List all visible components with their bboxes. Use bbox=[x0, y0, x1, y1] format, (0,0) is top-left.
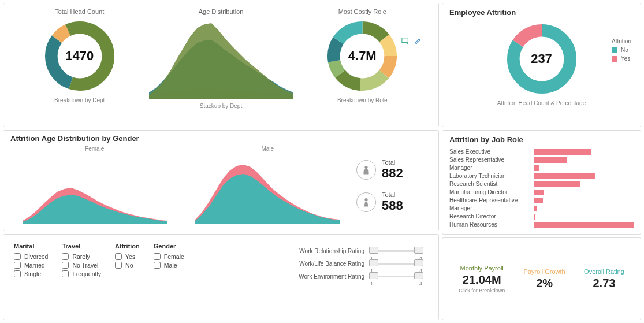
swatch-yes bbox=[612, 56, 617, 62]
bar-label: Laboratory Technician bbox=[449, 173, 530, 179]
bar-track bbox=[534, 190, 634, 195]
top-charts-card: Total Head Count 1470 Breakdown by Dept … bbox=[3, 3, 439, 127]
bar-label: Human Resources bbox=[449, 221, 530, 228]
attrition-donut[interactable]: 237 bbox=[504, 21, 579, 96]
svg-marker-21 bbox=[195, 174, 340, 224]
female-total: 588 bbox=[382, 198, 403, 213]
employee-attrition-card: Employee Attrition 237 Attrition No Yes … bbox=[442, 3, 641, 127]
gender-filter-title: Gender bbox=[154, 243, 184, 250]
female-label: Female bbox=[85, 146, 104, 152]
bar-track bbox=[534, 173, 634, 179]
payroll-value: 21.04M bbox=[459, 273, 505, 287]
bar-track bbox=[534, 222, 634, 228]
bar-label: Manager bbox=[449, 205, 530, 211]
bar-row[interactable]: Manager bbox=[449, 205, 634, 211]
bar-label: Sales Representative bbox=[449, 157, 530, 163]
edit-icon[interactable] bbox=[414, 37, 422, 46]
total-label: Total bbox=[382, 159, 403, 166]
svg-point-22 bbox=[364, 165, 367, 168]
cb-gender-m[interactable]: Male bbox=[154, 262, 184, 269]
female-total-row: Total588 bbox=[356, 191, 431, 213]
cb-single[interactable]: Single bbox=[14, 270, 48, 277]
bar-row[interactable]: Healthcare Representative bbox=[449, 197, 634, 203]
bar-track bbox=[534, 198, 634, 203]
slider2-label: Work/Life Balance Rating bbox=[289, 261, 364, 267]
bar-track bbox=[534, 157, 634, 163]
bar-row[interactable]: Manufacturing Director bbox=[449, 189, 634, 195]
bar-track bbox=[534, 149, 634, 155]
cb-notravel[interactable]: No Travel bbox=[62, 262, 101, 269]
bar-row[interactable]: Sales Executive bbox=[449, 148, 634, 155]
bar-track bbox=[534, 181, 634, 187]
svg-marker-19 bbox=[23, 195, 167, 224]
cb-rarely[interactable]: Rarely bbox=[62, 253, 101, 260]
slider1-label: Work Relationship Rating bbox=[289, 248, 364, 254]
metrics-card: Monthly Payroll 21.04M Click for Breakdo… bbox=[442, 237, 641, 320]
svg-rect-7 bbox=[402, 38, 408, 43]
agedist-title: Age Distribution bbox=[199, 8, 244, 15]
svg-point-23 bbox=[364, 198, 367, 201]
bar-label: Research Scientist bbox=[449, 181, 530, 187]
headcount-panel: Total Head Count 1470 Breakdown by Dept bbox=[10, 8, 149, 122]
slider-work-relationship[interactable]: 14 bbox=[370, 246, 422, 255]
filters-card: Marital Divorced Married Single Travel R… bbox=[3, 234, 439, 320]
bar-track bbox=[534, 165, 634, 171]
age-gender-title: Attrition Age Distribution by Gender bbox=[10, 134, 139, 143]
cb-gender-f[interactable]: Female bbox=[154, 253, 184, 260]
jobrole-card: Attrition by Job Role Sales Executive Sa… bbox=[442, 130, 641, 235]
attrition-footer: Attrition Head Count & Percentage bbox=[449, 100, 634, 106]
cb-married[interactable]: Married bbox=[14, 262, 48, 269]
jobrole-title: Attrition by Job Role bbox=[449, 135, 634, 144]
payroll-label: Monthly Payroll bbox=[459, 265, 505, 272]
male-total-row: Total882 bbox=[356, 159, 431, 181]
bar-row[interactable]: Human Resources bbox=[449, 221, 634, 228]
filter-icon[interactable] bbox=[401, 37, 410, 46]
age-gender-card: Attrition Age Distribution by Gender Fem… bbox=[3, 130, 439, 231]
bar-label: Healthcare Representative bbox=[449, 197, 530, 203]
bar-label: Sales Executive bbox=[449, 148, 530, 155]
bar-row[interactable]: Manager bbox=[449, 165, 634, 171]
bar-row[interactable]: Research Director bbox=[449, 213, 634, 220]
female-icon bbox=[356, 192, 376, 212]
metric-growth: Payroll Growth 2% bbox=[524, 268, 565, 290]
agedist-area-chart[interactable] bbox=[149, 18, 293, 99]
costly-title: Most Costly Role bbox=[338, 8, 386, 15]
bar-label: Manager bbox=[449, 165, 530, 171]
costly-donut[interactable]: 4.7M bbox=[325, 18, 400, 94]
costly-value: 4.7M bbox=[348, 49, 377, 64]
cb-divorced[interactable]: Divorced bbox=[14, 253, 48, 260]
headcount-donut[interactable]: 1470 bbox=[42, 18, 117, 94]
bar-track bbox=[534, 214, 634, 220]
slider-worklife[interactable]: 14 bbox=[370, 259, 422, 268]
growth-label: Payroll Growth bbox=[524, 268, 565, 275]
attrition-title: Employee Attrition bbox=[449, 8, 634, 17]
attrition-legend: Attrition No Yes bbox=[612, 38, 631, 62]
metric-payroll[interactable]: Monthly Payroll 21.04M Click for Breakdo… bbox=[459, 265, 505, 294]
attr-filter-title: Attrition bbox=[115, 243, 140, 250]
rating-value: 2.73 bbox=[584, 277, 624, 290]
slider3-label: Work Environment Rating bbox=[289, 273, 364, 280]
filter-gender: Gender Female Male bbox=[154, 243, 184, 270]
slider-work-env[interactable]: 14 bbox=[370, 272, 422, 281]
svg-marker-6 bbox=[149, 23, 293, 99]
cb-attr-yes[interactable]: Yes bbox=[115, 253, 140, 260]
cb-frequently[interactable]: Frequently bbox=[62, 270, 101, 277]
attrition-legend-title: Attrition bbox=[612, 38, 631, 44]
filter-attrition: Attrition Yes No bbox=[115, 243, 140, 270]
female-area-chart[interactable] bbox=[23, 154, 167, 224]
legend-yes: Yes bbox=[621, 55, 630, 62]
attrition-value: 237 bbox=[531, 51, 552, 66]
male-area-chart[interactable] bbox=[195, 154, 340, 224]
male-label: Male bbox=[261, 146, 274, 152]
swatch-no bbox=[612, 47, 617, 53]
metric-rating: Overall Rating 2.73 bbox=[584, 268, 624, 290]
travel-title: Travel bbox=[62, 243, 101, 250]
bar-row[interactable]: Research Scientist bbox=[449, 181, 634, 187]
growth-value: 2% bbox=[524, 277, 565, 290]
bar-row[interactable]: Sales Representative bbox=[449, 157, 634, 163]
cb-attr-no[interactable]: No bbox=[115, 262, 140, 269]
bar-row[interactable]: Laboratory Technician bbox=[449, 173, 634, 179]
rating-label: Overall Rating bbox=[584, 268, 624, 275]
bar-track bbox=[534, 206, 634, 211]
male-total: 882 bbox=[382, 166, 403, 181]
